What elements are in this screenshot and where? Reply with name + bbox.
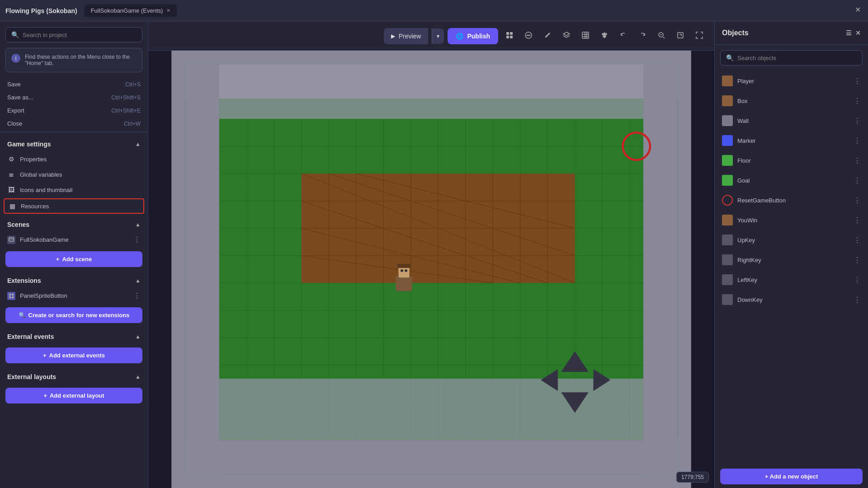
tab-label: FullSokobanGame (Events): [91, 7, 163, 14]
sidebar-item-resources[interactable]: ▦ Resources: [4, 198, 144, 214]
menu-item-export[interactable]: Export Ctrl+Shift+E: [0, 104, 148, 117]
object-item[interactable]: LeftKey ⋮: [715, 270, 868, 290]
resources-icon: ▦: [8, 202, 16, 210]
object-thumbnail: [722, 294, 733, 305]
object-item[interactable]: YouWin ⋮: [715, 210, 868, 230]
extension-item-panelsprite[interactable]: PanelSpriteButton ⋮: [0, 288, 148, 304]
object-thumbnail: [722, 95, 733, 106]
scene-label: FullSokobanGame: [20, 236, 69, 243]
toolbar-icon-redo[interactable]: [635, 28, 650, 44]
objects-search-bar[interactable]: 🔍: [720, 50, 863, 66]
sidebar: 🔍 ℹ Find these actions on the Menu close…: [0, 22, 148, 488]
objects-search-icon: 🔍: [726, 54, 734, 61]
create-extension-button[interactable]: 🔍 Create or search for new extensions: [5, 307, 142, 323]
add-external-layout-button[interactable]: + Add external layout: [5, 388, 142, 404]
sidebar-item-properties[interactable]: ⚙ Properties: [0, 151, 148, 167]
section-game-settings[interactable]: Game settings ▲: [0, 134, 148, 151]
menu-item-close[interactable]: Close Ctrl+W: [0, 117, 148, 130]
svg-rect-21: [602, 33, 607, 35]
toolbar-icon-align[interactable]: [597, 28, 612, 44]
chevron-down-icon: ▾: [437, 33, 439, 39]
svg-marker-14: [563, 32, 570, 36]
object-item[interactable]: Player ⋮: [715, 71, 868, 91]
toolbar-icon-instances[interactable]: [521, 28, 536, 44]
chevron-up-extlayouts-icon: ▲: [135, 374, 141, 380]
section-external-layouts[interactable]: External layouts ▲: [0, 367, 148, 384]
add-external-events-button[interactable]: + Add external events: [5, 347, 142, 363]
section-external-events-label: External events: [7, 333, 54, 340]
search-input[interactable]: [23, 32, 137, 38]
objects-header: Objects ☰ ✕: [715, 22, 868, 45]
toolbar-icon-fullscreen[interactable]: [692, 28, 707, 44]
object-more-icon[interactable]: ⋮: [854, 216, 861, 225]
object-item[interactable]: RightKey ⋮: [715, 250, 868, 270]
svg-rect-26: [678, 33, 683, 38]
objects-search-input[interactable]: [737, 55, 857, 61]
tab-close-icon[interactable]: ✕: [166, 8, 170, 14]
toolbar-icon-resize[interactable]: [673, 28, 688, 44]
object-more-icon[interactable]: ⋮: [854, 136, 861, 145]
canvas-container[interactable]: /* grid drawn below */: [148, 51, 714, 488]
toolbar-icon-zoom-out[interactable]: [654, 28, 669, 44]
chevron-up-extevents-icon: ▲: [135, 333, 141, 340]
add-new-object-button[interactable]: + Add a new object: [720, 469, 863, 484]
section-external-events[interactable]: External events ▲: [0, 327, 148, 344]
object-item[interactable]: ResetGameButton ⋮: [715, 190, 868, 210]
objects-filter-icon[interactable]: ☰: [846, 29, 852, 37]
scene-item-fullsokoban[interactable]: FullSokobanGame ⋮: [0, 232, 148, 248]
preview-dropdown-button[interactable]: ▾: [432, 28, 444, 44]
object-more-icon[interactable]: ⋮: [854, 196, 861, 205]
add-scene-button[interactable]: + Add scene: [5, 251, 142, 267]
toolbar-icon-layers[interactable]: [559, 28, 574, 44]
object-name: LeftKey: [737, 277, 757, 283]
toolbar-icon-edit[interactable]: [540, 28, 555, 44]
svg-rect-5: [12, 296, 14, 298]
section-scenes[interactable]: Scenes ▲: [0, 215, 148, 232]
toolbar-icon-grid[interactable]: [578, 28, 593, 44]
extension-more-icon[interactable]: ⋮: [133, 291, 141, 300]
object-item[interactable]: UpKey ⋮: [715, 230, 868, 250]
object-item[interactable]: Floor ⋮: [715, 150, 868, 170]
object-more-icon[interactable]: ⋮: [854, 236, 861, 244]
info-box: ℹ Find these actions on the Menu close t…: [5, 48, 142, 72]
svg-point-12: [528, 34, 529, 36]
object-item[interactable]: Goal ⋮: [715, 170, 868, 190]
toolbar-icon-undo[interactable]: [616, 28, 631, 44]
object-item[interactable]: DownKey ⋮: [715, 290, 868, 310]
object-item[interactable]: Marker ⋮: [715, 131, 868, 150]
menu-item-close-label: Close: [7, 120, 22, 127]
object-item[interactable]: Wall ⋮: [715, 111, 868, 131]
object-name: DownKey: [737, 296, 763, 303]
objects-close-icon[interactable]: ✕: [855, 29, 861, 37]
sidebar-item-globalvars[interactable]: ≣ Global variables: [0, 167, 148, 182]
window-close-icon[interactable]: ✕: [855, 5, 861, 14]
create-extension-label: Create or search for new extensions: [28, 312, 130, 319]
svg-point-83: [405, 269, 407, 272]
object-more-icon[interactable]: ⋮: [854, 156, 861, 165]
section-extensions[interactable]: Extensions ▲: [0, 271, 148, 288]
sidebar-item-icons[interactable]: 🖼 Icons and thumbnail: [0, 182, 148, 197]
add-ext-layout-icon: +: [43, 392, 47, 399]
object-more-icon[interactable]: ⋮: [854, 276, 861, 284]
preview-button[interactable]: ▶ Preview: [384, 28, 429, 44]
main-layout: 🔍 ℹ Find these actions on the Menu close…: [0, 22, 868, 488]
scene-more-icon[interactable]: ⋮: [133, 235, 141, 244]
object-more-icon[interactable]: ⋮: [854, 117, 861, 125]
menu-item-save[interactable]: Save Ctrl+S: [0, 78, 148, 91]
object-more-icon[interactable]: ⋮: [854, 97, 861, 105]
tab-events[interactable]: FullSokobanGame (Events) ✕: [85, 5, 177, 17]
object-more-icon[interactable]: ⋮: [854, 296, 861, 304]
app-title: Flowing Pigs (Sokoban): [5, 7, 77, 14]
object-more-icon[interactable]: ⋮: [854, 77, 861, 85]
toolbar-icon-objects[interactable]: [502, 28, 517, 44]
publish-button[interactable]: 🌐 Publish: [448, 28, 498, 44]
object-more-icon[interactable]: ⋮: [854, 256, 861, 264]
object-name: Floor: [737, 157, 751, 164]
publish-label: Publish: [467, 33, 490, 40]
object-more-icon[interactable]: ⋮: [854, 176, 861, 185]
search-bar[interactable]: 🔍: [5, 27, 142, 42]
section-game-settings-label: Game settings: [7, 141, 51, 148]
object-item[interactable]: Box ⋮: [715, 91, 868, 111]
object-thumbnail: [722, 254, 733, 265]
menu-item-saveas[interactable]: Save as... Ctrl+Shift+S: [0, 91, 148, 104]
